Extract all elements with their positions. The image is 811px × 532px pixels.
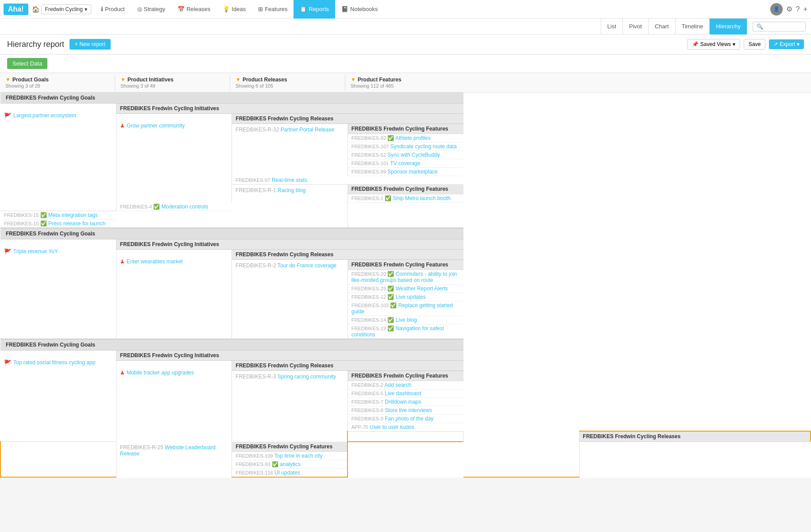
release-1-cell: FREDBIKES-R-32 Partner Portal Release (232, 124, 348, 176)
top-navigation: Aha! 🏠 Fredwin Cycling ▾ ℹ Product ◎ Str… (0, 0, 811, 19)
sub-nav-chart[interactable]: Chart (649, 19, 676, 35)
feature-3-cell: FREDBIKES-52 Sync with CycleBuddy (348, 151, 463, 159)
release-1-link[interactable]: Partner Portal Release (281, 127, 334, 133)
col-header-releases: ▼ Product Releases Showing 6 of 105 (230, 75, 345, 90)
filter-icon-features: ▼ (351, 77, 356, 83)
goal-3-link[interactable]: Top rated social fitness cycling app (13, 359, 95, 366)
release-3-cell: FREDBIKES-R-2 Tour de France coverage (232, 259, 348, 339)
goal-1-content: 🚩 Largest partner ecosystem (0, 104, 116, 123)
select-data-button[interactable]: Select Data (7, 58, 47, 69)
goal-1-link[interactable]: Largest partner ecosystem (13, 112, 76, 119)
release-4-cell: FREDBIKES-R-3 Spring racing community (232, 370, 348, 442)
filter-icon-goals: ▼ (5, 77, 11, 83)
releases-header-1: FREDBIKES Fredwin Cycling Releases (232, 114, 463, 124)
new-report-button[interactable]: + New report (70, 39, 111, 50)
goal-2-row: 🚩 Triple revenue YoY FREDBIKES Fredwin C… (0, 239, 811, 249)
export-button[interactable]: ↗ Export ▾ (769, 39, 804, 49)
col-header-releases-title: ▼ Product Releases (236, 77, 340, 83)
goal-1-row: 🚩 Largest partner ecosystem FREDBIKES Fr… (0, 104, 811, 114)
release-2-cell: FREDBIKES-R-1 Racing blog (232, 184, 348, 228)
user-avatar[interactable]: 👤 (770, 3, 783, 15)
initiatives-header-1: FREDBIKES Fredwin Cycling Initiatives (116, 104, 463, 114)
hierarchy-table: FREDBIKES Fredwin Cycling Goals 🚩 Larges… (0, 93, 811, 478)
feature-4-cell: FREDBIKES-101 TV coverage (348, 159, 463, 168)
page-header: Hierarchy report + New report 📌 Saved Vi… (0, 35, 811, 54)
features-header-2: FREDBIKES Fredwin Cycling Features (348, 184, 463, 194)
header-actions: 📌 Saved Views ▾ Save ↗ Export ▾ (687, 39, 804, 50)
nav-item-ideas[interactable]: 💡 Ideas (216, 0, 252, 19)
features-header-1: FREDBIKES Fredwin Cycling Features (348, 124, 463, 134)
goal-2-section-header: FREDBIKES Fredwin Cycling Goals (0, 228, 811, 239)
goal-1-cell: 🚩 Largest partner ecosystem (0, 104, 116, 211)
saved-views-label: Saved Views (700, 41, 731, 47)
feature-2-cell: FREDBIKES-107 Syndicate cycling route da… (348, 143, 463, 151)
col-header-features: ▼ Product Features Showing 112 of 485 (345, 75, 811, 90)
chevron-down-icon: ▾ (85, 6, 87, 12)
toolbar: Select Data (0, 54, 811, 73)
flag-green-icon: 🚩 (4, 248, 12, 255)
initiative-1-link[interactable]: Grow partner community (127, 123, 185, 129)
col-header-features-title: ▼ Product Features (351, 77, 806, 83)
search-input[interactable] (753, 22, 806, 31)
sub-nav-list[interactable]: List (601, 19, 623, 35)
goal-2-link[interactable]: Triple revenue YoY (13, 248, 58, 254)
home-icon[interactable]: 🏠 (32, 6, 39, 13)
initiative-3-link[interactable]: Mobile tracker app upgrades (127, 370, 194, 376)
col-header-initiatives: ▼ Product Initiatives Showing 3 of 49 (115, 75, 230, 90)
sub-nav-pivot[interactable]: Pivot (623, 19, 649, 35)
col-header-initiatives-title: ▼ Product Initiatives (120, 77, 224, 83)
nav-item-strategy[interactable]: ◎ Strategy (131, 0, 171, 19)
export-label: Export (780, 41, 795, 47)
page-title: Hierarchy report (7, 40, 64, 49)
nav-item-product[interactable]: ℹ Product (95, 0, 131, 19)
goal-3-cell: 🚩 Top rated social fitness cycling app (0, 350, 116, 442)
goal-3-row: 🚩 Top rated social fitness cycling app F… (0, 350, 811, 360)
initiative-2-cell: ♟ Enter wearables market (116, 249, 232, 339)
release-2-content: FREDBIKES-R-1 Racing blog (232, 185, 347, 196)
feature-5-cell: FREDBIKES-99 Sponsor marketplace (348, 168, 463, 176)
initiative-1-row: ♟ Grow partner community FREDBIKES Fredw… (0, 114, 811, 124)
add-icon[interactable]: + (803, 5, 807, 13)
release-1-content: FREDBIKES-R-32 Partner Portal Release (232, 124, 347, 135)
filter-icon-releases: ▼ (236, 77, 241, 83)
col-header-goals-title: ▼ Product Goals (5, 77, 109, 83)
col-header-goals: ▼ Product Goals Showing 3 of 29 (0, 75, 115, 90)
feature-6-cell: FREDBIKES-97 Real-time stats (232, 176, 348, 185)
sub-nav-hierarchy[interactable]: Hierarchy (710, 19, 747, 35)
workspace-name: Fredwin Cycling (45, 6, 83, 12)
initiative-1-cell: ♟ Grow partner community (116, 114, 232, 203)
release-1-id: FREDBIKES-R-32 (236, 127, 279, 133)
filter-icon-initiatives: ▼ (120, 77, 126, 83)
flag-red-icon: 🚩 (4, 112, 12, 120)
goal-1-section-header: FREDBIKES Fredwin Cycling Goals (0, 93, 811, 104)
main-nav: ℹ Product ◎ Strategy 📅 Releases 💡 Ideas … (95, 0, 770, 19)
feature-1-cell: FREDBIKES-92 ✅ Athlete profiles (348, 134, 463, 143)
flag-orange-icon: 🚩 (4, 359, 12, 366)
settings-icon[interactable]: ⚙ (786, 5, 792, 13)
hierarchy-content: FREDBIKES Fredwin Cycling Goals 🚩 Larges… (0, 93, 811, 478)
nav-item-reports[interactable]: 📋 Reports (294, 0, 335, 19)
goal-1-header-cell: FREDBIKES Fredwin Cycling Goals (0, 93, 463, 104)
aha-logo[interactable]: Aha! (4, 4, 28, 15)
sub-nav-timeline[interactable]: Timeline (676, 19, 710, 35)
goal-3-section-header: FREDBIKES Fredwin Cycling Goals (0, 339, 811, 351)
workspace-selector[interactable]: Fredwin Cycling ▾ (41, 4, 91, 14)
initiative-2-link[interactable]: Enter wearables market (127, 258, 183, 265)
nav-item-notebooks[interactable]: 📓 Notebooks (335, 0, 384, 19)
save-button[interactable]: Save (744, 39, 765, 50)
initiative-icon-1: ♟ (120, 123, 125, 129)
goal-2-cell: 🚩 Triple revenue YoY (0, 239, 116, 339)
help-icon[interactable]: ? (796, 5, 800, 13)
initiative-3-cell: ♟ Mobile tracker app upgrades (116, 360, 232, 442)
initiative-1-content: ♟ Grow partner community (116, 114, 232, 132)
nav-right-actions: 👤 ⚙ ? + (770, 3, 807, 15)
column-headers: ▼ Product Goals Showing 3 of 29 ▼ Produc… (0, 73, 811, 93)
saved-views-button[interactable]: 📌 Saved Views ▾ (687, 39, 740, 50)
nav-item-features[interactable]: ⊞ Features (252, 0, 294, 19)
nav-item-releases[interactable]: 📅 Releases (171, 0, 216, 19)
